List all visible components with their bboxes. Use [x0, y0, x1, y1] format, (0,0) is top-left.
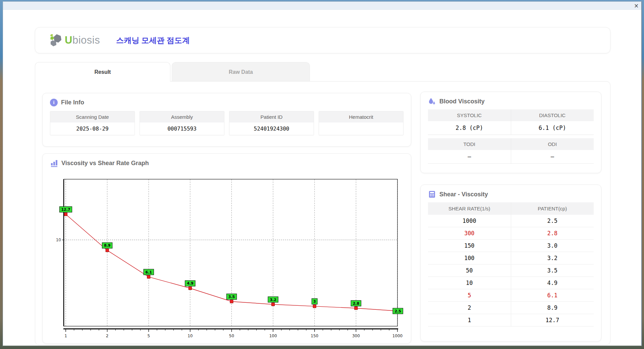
viscosity-chart-svg: 101251050100150300100012.78.96.14.93.53.…	[47, 174, 407, 340]
blood-viscosity-title: Blood Viscosity	[439, 98, 485, 105]
bv-value-cell: 2.8 (cP)	[428, 121, 511, 135]
graph-title: Viscosity vs Shear Rate Graph	[61, 160, 149, 167]
shear-rate-cell: 300	[428, 227, 511, 240]
result-tab-panel: i File Info Scanning Date2025-08-29Assem…	[35, 81, 610, 345]
file-info-field: Scanning Date2025-08-29	[50, 111, 135, 135]
shear-rate-cell: 50	[428, 264, 511, 277]
shear-rate-cell: 10	[428, 277, 511, 289]
desktop: { "window": { "close_label": "×" }, "hea…	[0, 0, 644, 349]
shear-rate-cell: 2	[428, 302, 511, 314]
svg-text:1: 1	[64, 334, 67, 338]
svg-text:4.9: 4.9	[187, 281, 194, 286]
shear-viscosity-card: Shear - Viscosity SHEAR RATE(1/s) PATIEN…	[420, 185, 601, 342]
droplets-icon	[428, 97, 436, 105]
calculator-icon	[428, 190, 436, 198]
svg-text:3.2: 3.2	[270, 298, 276, 302]
table-row: 10002.5	[428, 215, 594, 227]
file-info-field: Hematocrit	[319, 111, 404, 135]
svg-text:12.7: 12.7	[61, 207, 70, 212]
bv-header-cell: DIASTOLIC	[511, 109, 594, 121]
patient-viscosity-cell: 6.1	[511, 289, 594, 302]
file-info-field: Assembly000715593	[140, 111, 224, 135]
table-row: 3002.8	[428, 227, 594, 240]
header-card: Ubiosis 스캐닝 모세관 점도계	[35, 27, 610, 53]
close-icon[interactable]: ×	[631, 2, 641, 9]
svg-text:8.9: 8.9	[104, 243, 111, 248]
patient-viscosity-cell: 4.9	[511, 277, 594, 289]
col-patient: PATIENT(cp)	[511, 202, 594, 215]
tab-raw-data[interactable]: Raw Data	[172, 62, 310, 82]
svg-text:3.5: 3.5	[228, 295, 235, 299]
shear-viscosity-title: Shear - Viscosity	[439, 191, 488, 198]
file-info-title: File Info	[61, 99, 84, 106]
table-row: 104.9	[428, 277, 594, 289]
bv-header-cell: TODI	[428, 138, 511, 150]
patient-viscosity-cell: 12.7	[511, 314, 594, 327]
ubiosis-logo-icon	[49, 33, 65, 48]
col-shear-rate: SHEAR RATE(1/s)	[428, 202, 511, 215]
field-value: 2025-08-29	[50, 122, 135, 135]
table-row: 28.9	[428, 302, 594, 314]
file-info-fields: Scanning Date2025-08-29Assembly000715593…	[43, 106, 411, 135]
bv-header-cell: SYSTOLIC	[428, 109, 511, 121]
tab-result[interactable]: Result	[35, 62, 170, 82]
field-value	[319, 122, 403, 135]
app-title: 스캐닝 모세관 점도계	[116, 35, 190, 46]
viscosity-chart: 101251050100150300100012.78.96.14.93.53.…	[47, 174, 407, 340]
patient-viscosity-cell: 3.5	[511, 264, 594, 277]
bv-value-cell: –	[428, 150, 511, 164]
table-row: 503.5	[428, 264, 594, 277]
tab-result-label: Result	[95, 69, 111, 75]
svg-text:10: 10	[56, 238, 61, 242]
svg-text:5: 5	[147, 334, 150, 338]
shear-rate-cell: 1	[428, 314, 511, 327]
svg-text:50: 50	[229, 334, 234, 338]
field-label: Scanning Date	[50, 111, 135, 122]
table-row: 56.1	[428, 289, 594, 302]
svg-text:300: 300	[352, 334, 360, 338]
bv-value-cell: –	[511, 150, 594, 164]
tab-raw-data-label: Raw Data	[229, 69, 253, 75]
svg-text:6.1: 6.1	[146, 270, 152, 275]
patient-viscosity-cell: 2.5	[511, 215, 594, 227]
svg-text:3: 3	[313, 299, 316, 304]
svg-text:100: 100	[269, 334, 277, 338]
blood-viscosity-table: SYSTOLICDIASTOLIC2.8 (cP)6.1 (cP)TODIODI…	[421, 105, 601, 164]
patient-viscosity-cell: 3.0	[511, 240, 594, 252]
file-info-card: i File Info Scanning Date2025-08-29Assem…	[42, 93, 411, 147]
svg-text:2.5: 2.5	[394, 309, 401, 313]
patient-viscosity-cell: 3.2	[511, 252, 594, 264]
table-row: 1003.2	[428, 252, 594, 264]
viscosity-graph-card: Viscosity vs Shear Rate Graph 1012510501…	[42, 153, 411, 344]
field-value: 52401924300	[229, 122, 314, 135]
shear-rate-cell: 150	[428, 240, 511, 252]
blood-viscosity-card: Blood Viscosity SYSTOLICDIASTOLIC2.8 (cP…	[420, 92, 601, 173]
title-bar: ×	[3, 2, 641, 10]
field-label: Hematocrit	[319, 111, 403, 122]
file-info-field: Patient ID52401924300	[229, 111, 314, 135]
table-row: 112.7	[428, 314, 594, 327]
svg-text:10: 10	[187, 334, 193, 338]
svg-text:2.8: 2.8	[353, 301, 360, 306]
svg-text:1000: 1000	[392, 334, 403, 338]
svg-text:2: 2	[106, 334, 109, 338]
bv-header-cell: ODI	[511, 138, 594, 150]
patient-viscosity-cell: 8.9	[511, 302, 594, 314]
bv-value-cell: 6.1 (cP)	[511, 121, 594, 135]
field-label: Patient ID	[229, 111, 314, 122]
shear-viscosity-table: SHEAR RATE(1/s) PATIENT(cp) 10002.53002.…	[428, 202, 594, 327]
info-icon: i	[50, 99, 58, 106]
field-value: 000715593	[140, 122, 224, 135]
patient-viscosity-cell: 2.8	[511, 227, 594, 240]
svg-text:150: 150	[311, 334, 318, 338]
app-window: × Ubiosis 스캐닝 모세관 점도계 Result Raw Data i	[3, 1, 642, 346]
field-label: Assembly	[140, 111, 224, 122]
logo-text-rest: biosis	[72, 34, 100, 46]
shear-rate-cell: 100	[428, 252, 511, 264]
bar-chart-icon	[50, 159, 58, 167]
shear-rate-cell: 5	[428, 289, 511, 302]
ubiosis-logo: Ubiosis	[49, 33, 100, 48]
logo-text-u: U	[65, 34, 72, 46]
table-row: 1503.0	[428, 240, 594, 252]
shear-rate-cell: 1000	[428, 215, 511, 227]
